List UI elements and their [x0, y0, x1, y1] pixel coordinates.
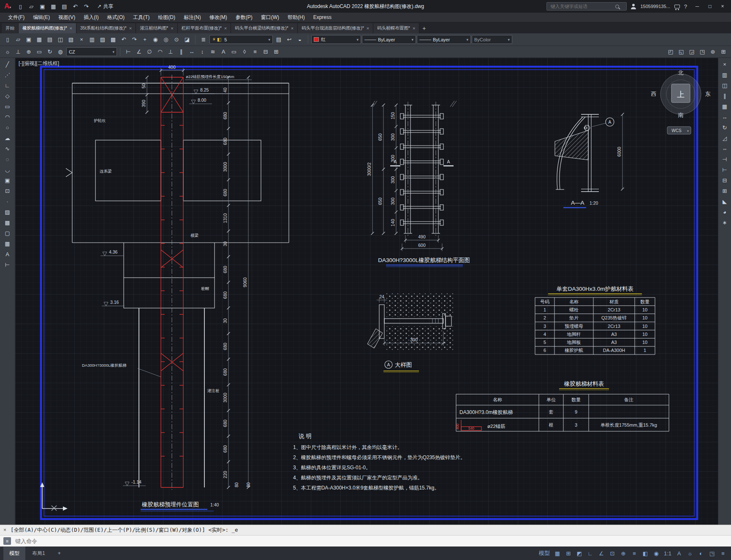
gangway-embed-column[interactable] — [161, 77, 183, 487]
dim-baseline-icon[interactable]: ≋ — [208, 47, 218, 57]
publish-icon[interactable]: ▧ — [66, 35, 76, 44]
document-tab[interactable]: 码头桩帽布置图* × — [373, 23, 419, 33]
menu-item[interactable]: 参数(P) — [232, 13, 256, 22]
insert-block-icon[interactable]: ▣ — [3, 176, 13, 185]
ucs-world-icon[interactable]: ⊕ — [24, 47, 34, 57]
dim-parallel-icon[interactable]: ∥ — [176, 47, 186, 57]
workspace-icon[interactable]: ☼ — [3, 47, 13, 57]
command-icon[interactable]: ≡ — [3, 537, 11, 545]
document-tab[interactable]: 栏杆平面布置(修改)* × — [178, 23, 231, 33]
wcs-badge[interactable]: WCS ▾ — [667, 127, 691, 134]
search-input[interactable] — [549, 3, 613, 9]
minimize-button[interactable]: ─ — [691, 2, 703, 11]
snap-icon[interactable]: ⊞ — [564, 548, 573, 558]
drawing-canvas[interactable]: [-][俯视][二维线框] 上 北 南 西 东 WCS ▾ — [15, 58, 718, 525]
save-all-icon[interactable]: ▦ — [34, 35, 44, 44]
chamfer-icon[interactable]: ◣ — [720, 197, 730, 206]
open-icon[interactable]: ▱ — [13, 35, 23, 44]
redo-icon[interactable]: ↷ — [129, 35, 139, 44]
arc-tool-icon[interactable]: ◠ — [3, 112, 13, 122]
chevron-down-icon[interactable]: ▾ — [112, 50, 114, 54]
extend-icon[interactable]: ⊢ — [720, 165, 730, 175]
xline-tool-icon[interactable]: ⋰ — [3, 70, 13, 80]
pan-icon[interactable]: + — [140, 35, 150, 44]
offset-icon[interactable]: ∥ — [720, 91, 730, 101]
menu-item[interactable]: Express — [310, 14, 335, 21]
plot-icon[interactable]: ▤ — [45, 35, 55, 44]
document-tab[interactable]: 灌注桩结构图* × — [136, 23, 178, 33]
menu-item[interactable]: 修改(M) — [206, 13, 231, 22]
tab-close-icon[interactable]: × — [413, 26, 415, 31]
menu-item[interactable]: 工具(T) — [129, 13, 153, 22]
redo-icon[interactable]: ↷ — [81, 2, 91, 11]
ortho-icon[interactable]: ∟ — [586, 548, 595, 558]
mtext-tool-icon[interactable]: A — [3, 249, 13, 259]
navcube-east[interactable]: 东 — [705, 91, 711, 97]
zoom-previous-icon[interactable]: ⊙ — [171, 35, 182, 44]
model-tab[interactable]: 模型 — [3, 546, 25, 560]
autocad-logo[interactable]: A▾ — [3, 2, 13, 11]
navcube-north[interactable]: 北 — [678, 70, 684, 76]
maximize-button[interactable]: □ — [704, 2, 716, 11]
command-close-icon[interactable]: × — [3, 527, 6, 533]
save-icon[interactable]: ▣ — [37, 2, 47, 11]
dimension-tool-icon[interactable]: ⊢ — [3, 260, 13, 270]
ucs-icon[interactable]: ⊥ — [13, 47, 23, 57]
dim-diameter-icon[interactable]: ∅ — [144, 47, 155, 57]
menu-item[interactable]: 标注(N) — [180, 13, 205, 22]
dim-style-icon[interactable]: ≡ — [250, 47, 260, 57]
dim-break-icon[interactable]: ⊟ — [261, 47, 271, 57]
zoom-realtime-icon[interactable]: ◉ — [150, 35, 160, 44]
erase-icon[interactable]: × — [720, 60, 730, 69]
tab-close-icon[interactable]: × — [70, 26, 72, 31]
tab-close-icon[interactable]: × — [291, 26, 293, 31]
linetype-combo[interactable]: ——— ByLayer ▾ — [362, 35, 416, 44]
paste-icon[interactable]: ▨ — [98, 35, 108, 44]
menu-item[interactable]: 文件(F) — [4, 13, 28, 22]
move-icon[interactable]: ↔ — [720, 112, 730, 122]
tab-close-icon[interactable]: × — [129, 26, 132, 31]
qnew-icon[interactable]: ▯ — [3, 35, 13, 44]
command-input[interactable] — [14, 538, 728, 545]
plot-preview-icon[interactable]: ◫ — [55, 35, 65, 44]
layer-isolate-icon[interactable]: ◒ — [295, 35, 305, 44]
undo-icon[interactable]: ↶ — [119, 35, 129, 44]
zoom-window-icon[interactable]: ◎ — [161, 35, 171, 44]
user-id[interactable]: 1505999135... — [640, 4, 670, 9]
user-avatar-icon[interactable] — [631, 4, 636, 9]
otrack-icon[interactable]: ⊕ — [619, 548, 628, 558]
display-order-icon[interactable]: ◲ — [687, 47, 697, 57]
array-icon[interactable]: ▦ — [720, 102, 730, 111]
make-block-icon[interactable]: ⊡ — [3, 186, 13, 196]
color-combo[interactable]: 红 ▾ — [311, 35, 361, 44]
draw-order-icon[interactable]: ◳ — [697, 47, 707, 57]
search-icon[interactable] — [615, 5, 619, 8]
annotation-scale-label[interactable]: 1:1 — [663, 548, 673, 558]
transparency-icon[interactable]: ◧ — [641, 548, 650, 558]
menu-item[interactable]: 绘图(D) — [154, 13, 179, 22]
gradient-tool-icon[interactable]: ▩ — [3, 218, 13, 227]
open-file-icon[interactable]: ▱ — [26, 2, 36, 11]
search-box[interactable] — [546, 2, 627, 11]
named-views-icon[interactable]: ▭ — [34, 47, 44, 57]
save-as-icon[interactable]: ▦ — [48, 2, 58, 11]
document-tab[interactable]: 码头平台横梁结构图(修改)* × — [231, 23, 298, 33]
tolerance-icon[interactable]: ◊ — [239, 47, 250, 57]
infer-constraints-icon[interactable]: ◩ — [575, 548, 584, 558]
dim-arc-icon[interactable]: ◠ — [155, 47, 165, 57]
mleader-icon[interactable]: ▭ — [229, 47, 239, 57]
layer-properties-icon[interactable]: ≣ — [198, 35, 209, 44]
menu-item[interactable]: 帮助(H) — [284, 13, 309, 22]
text-style-combo[interactable]: CZ ▾ — [66, 47, 117, 56]
measure-icon[interactable]: ⊚ — [708, 47, 718, 57]
orbit-icon[interactable]: ↻ — [45, 47, 55, 57]
fillet-icon[interactable]: ◕ — [720, 207, 730, 217]
text-icon[interactable]: A — [218, 47, 228, 57]
layer-previous-icon[interactable]: ↩ — [284, 35, 294, 44]
copy-icon[interactable]: ▥ — [87, 35, 97, 44]
dim-angular-icon[interactable]: ∠ — [134, 47, 144, 57]
layer-states-icon[interactable]: ▤ — [274, 35, 284, 44]
line-tool-icon[interactable]: ╱ — [3, 60, 13, 69]
menu-item[interactable]: 插入(I) — [80, 13, 102, 22]
cut-icon[interactable]: × — [76, 35, 87, 44]
